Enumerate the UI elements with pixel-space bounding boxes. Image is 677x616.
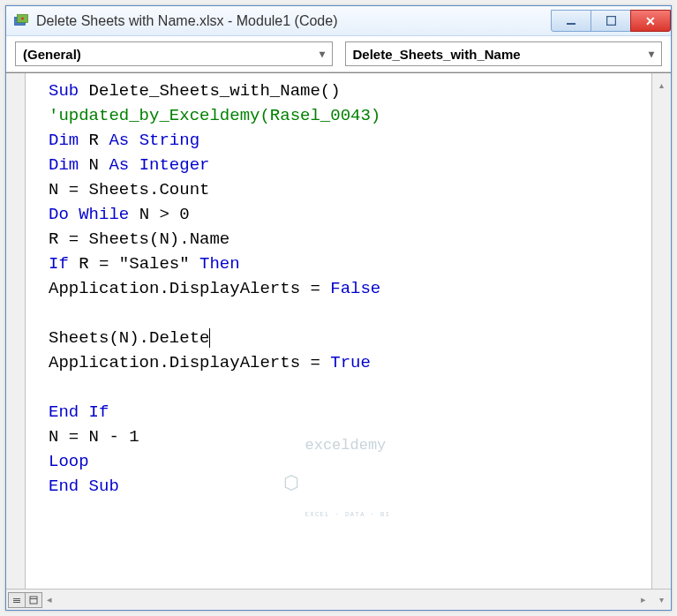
code-text: Application.DisplayAlerts =	[49, 279, 330, 298]
code-comment: 'updated_by_Exceldemy(Rasel_0043)	[49, 106, 380, 125]
code-text: Delete_Sheets_with_Name()	[89, 81, 341, 101]
code-keyword: Sub	[49, 81, 89, 101]
close-button[interactable]: ✕	[630, 10, 671, 32]
procedure-dropdown-text: Delete_Sheets_with_Name	[353, 47, 650, 62]
code-keyword: If	[49, 254, 79, 274]
svg-rect-3	[606, 17, 615, 26]
window-controls: ✕	[552, 10, 671, 32]
vertical-scrollbar[interactable]: ▴	[651, 73, 671, 589]
code-text: N = N - 1	[49, 427, 139, 447]
code-keyword: Dim	[49, 155, 89, 175]
code-keyword: As Integer	[109, 155, 209, 175]
code-text: R = Sheets(N).Name	[49, 229, 229, 249]
vba-code-window: Delete Sheets with Name.xlsx - Module1 (…	[5, 5, 672, 611]
chevron-down-icon: ▾	[320, 48, 325, 60]
maximize-button[interactable]	[590, 10, 631, 32]
object-dropdown[interactable]: (General) ▾	[15, 41, 333, 66]
svg-rect-7	[30, 597, 37, 604]
svg-point-2	[21, 17, 24, 19]
svg-rect-6	[13, 602, 20, 603]
horizontal-scrollbar[interactable]: ◂ ▸	[41, 594, 651, 605]
scroll-up-button[interactable]: ▴	[654, 77, 670, 93]
code-text: N > 0	[139, 205, 190, 224]
bottom-bar: ◂ ▸ ▾	[6, 589, 671, 610]
procedure-view-button[interactable]	[8, 592, 26, 608]
vba-app-icon	[13, 13, 29, 29]
code-editor[interactable]: Sub Delete_Sheets_with_Name() 'updated_b…	[26, 73, 651, 589]
dropdown-bar: (General) ▾ Delete_Sheets_with_Name ▾	[6, 36, 671, 72]
code-text: Application.DisplayAlerts =	[49, 353, 330, 372]
procedure-dropdown[interactable]: Delete_Sheets_with_Name ▾	[345, 41, 663, 66]
code-keyword: Loop	[49, 452, 89, 471]
code-text: R	[89, 131, 109, 150]
titlebar[interactable]: Delete Sheets with Name.xlsx - Module1 (…	[6, 6, 671, 36]
window-title: Delete Sheets with Name.xlsx - Module1 (…	[36, 13, 552, 29]
code-text: N = Sheets.Count	[49, 180, 209, 199]
text-cursor	[209, 328, 210, 348]
watermark: exceldemy EXCEL · DATA · BI	[282, 388, 395, 576]
svg-rect-5	[13, 600, 20, 601]
scroll-right-button[interactable]: ▸	[637, 594, 650, 605]
code-keyword: As String	[109, 131, 199, 150]
scroll-left-button[interactable]: ◂	[43, 594, 56, 605]
code-text: R = "Sales"	[79, 254, 199, 274]
scroll-down-button[interactable]: ▾	[651, 592, 671, 608]
code-text: N	[89, 155, 109, 175]
editor-area: Sub Delete_Sheets_with_Name() 'updated_b…	[6, 72, 671, 589]
chevron-down-icon: ▾	[649, 48, 654, 60]
code-keyword: True	[330, 353, 371, 372]
full-module-view-button[interactable]	[25, 592, 42, 608]
view-buttons	[8, 592, 41, 608]
code-keyword: End Sub	[49, 477, 119, 496]
code-keyword: Dim	[49, 131, 89, 150]
object-dropdown-text: (General)	[23, 47, 320, 62]
svg-rect-4	[13, 598, 20, 599]
code-keyword: End If	[49, 402, 109, 422]
watermark-tagline: EXCEL · DATA · BI	[305, 502, 395, 527]
code-keyword: False	[330, 279, 380, 298]
code-keyword: Do While	[49, 205, 139, 224]
watermark-brand: exceldemy	[305, 438, 395, 453]
minimize-button[interactable]	[551, 10, 591, 32]
watermark-icon	[282, 474, 299, 492]
code-text: Sheets(N).Delete	[49, 328, 209, 348]
code-keyword: Then	[199, 254, 240, 274]
svg-rect-8	[30, 598, 37, 599]
margin-indicator-bar[interactable]	[6, 73, 26, 589]
